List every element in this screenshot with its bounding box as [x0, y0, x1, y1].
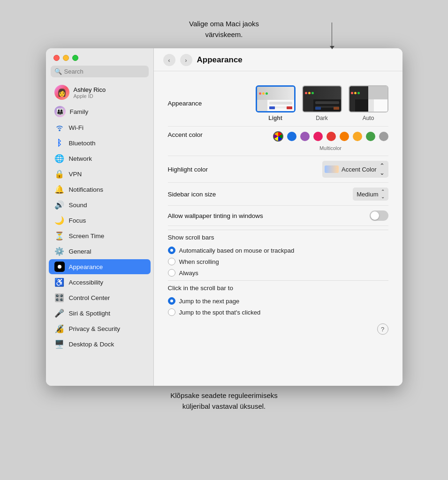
accent-dot-graphite[interactable] — [379, 132, 388, 141]
sidebar-item-label-appearance: Appearance — [69, 263, 103, 270]
family-icon: 👨‍👩‍👧 — [54, 106, 66, 117]
sound-icon: 🔊 — [54, 200, 65, 210]
sidebar-icon-size-chevron-icon: ⌃⌄ — [381, 189, 385, 199]
sidebar-item-sound[interactable]: 🔊 Sound — [49, 197, 151, 212]
highlight-preview — [325, 165, 339, 173]
accent-dot-green[interactable] — [366, 132, 375, 141]
search-bar[interactable]: 🔍 — [51, 66, 149, 77]
sidebar-icon-size-value: Medium — [357, 191, 378, 198]
click-scroll-section: Click in the scroll bar to Jump to the n… — [168, 285, 388, 316]
accent-selected-label: Multicolor — [319, 145, 342, 151]
appearance-dark-thumb[interactable] — [302, 85, 342, 112]
callout-arrow-top — [330, 22, 334, 49]
accent-dots-row — [273, 131, 388, 142]
main-content: ‹ › Appearance Appearance — [154, 48, 402, 386]
general-icon: ⚙️ — [54, 246, 65, 256]
highlight-color-button[interactable]: Accent Color ⌃⌄ — [322, 161, 388, 178]
sidebar-item-label-bluetooth: Bluetooth — [69, 140, 96, 147]
desktop-icon: 🖥️ — [54, 339, 65, 349]
sidebar-item-screentime[interactable]: ⏳ Screen Time — [49, 228, 151, 243]
scroll-bars-scrolling-label: When scrolling — [179, 258, 219, 265]
sidebar-item-desktop[interactable]: 🖥️ Desktop & Dock — [49, 337, 151, 352]
sidebar-item-label-focus: Focus — [69, 217, 86, 224]
toggle-knob — [371, 211, 379, 220]
sidebar-item-bluetooth[interactable]: ᛒ Bluetooth — [49, 135, 151, 150]
divider-2 — [168, 280, 388, 281]
sidebar-item-privacy[interactable]: 🔏 Privacy & Security — [49, 321, 151, 336]
highlight-chevron-icon: ⌃⌄ — [380, 162, 385, 176]
accent-dot-orange[interactable] — [340, 132, 349, 141]
scroll-bars-scrolling-radio — [168, 258, 175, 265]
sidebar-item-notifications[interactable]: 🔔 Notifications — [49, 182, 151, 197]
scroll-bars-always-radio — [168, 269, 175, 277]
sidebar-item-label-wifi: Wi-Fi — [69, 124, 84, 131]
minimize-button[interactable] — [63, 55, 69, 61]
accent-color-label: Accent color — [168, 131, 203, 138]
click-scroll-spot[interactable]: Jump to the spot that's clicked — [168, 308, 388, 316]
top-callout-text: Valige oma Maci jaoks värviskeem. — [189, 20, 259, 38]
sidebar-item-label-accessibility: Accessibility — [69, 279, 104, 286]
scroll-bars-always[interactable]: Always — [168, 269, 388, 277]
scroll-bars-auto-label: Automatically based on mouse or trackpad — [179, 247, 295, 254]
help-button[interactable]: ? — [377, 323, 388, 335]
sidebar-icon-size-row: Sidebar icon size Medium ⌃⌄ — [168, 183, 388, 206]
sidebar-item-label-privacy: Privacy & Security — [69, 325, 121, 332]
close-button[interactable] — [53, 55, 60, 61]
accent-colors-group: Multicolor — [273, 131, 388, 151]
sidebar-item-label-screentime: Screen Time — [69, 232, 105, 240]
sidebar-icon-size-control: Medium ⌃⌄ — [353, 188, 388, 201]
highlight-color-row: Highlight color Accent Color ⌃⌄ — [168, 156, 388, 183]
sidebar-item-controlcenter[interactable]: 🎛️ Control Center — [49, 290, 151, 305]
top-callout: Valige oma Maci jaoks värviskeem. — [46, 19, 402, 45]
appearance-dark-wrapper: Dark — [302, 85, 342, 121]
appearance-light-thumb[interactable] — [256, 85, 296, 112]
accent-dot-pink[interactable] — [313, 132, 323, 141]
user-avatar: 👩 — [54, 85, 69, 100]
sidebar-item-network[interactable]: 🌐 Network — [49, 151, 151, 166]
sidebar-icon-size-label: Sidebar icon size — [168, 191, 216, 198]
accent-dot-multicolor[interactable] — [273, 131, 283, 142]
sidebar-item-vpn[interactable]: 🔒 VPN — [49, 166, 151, 181]
appearance-auto-thumb[interactable] — [349, 85, 388, 112]
sidebar-icon-size-dropdown[interactable]: Medium ⌃⌄ — [353, 188, 388, 201]
wallpaper-tinting-toggle[interactable] — [370, 210, 388, 221]
click-scroll-next-page[interactable]: Jump to the next page — [168, 297, 388, 305]
sidebar-item-appearance[interactable]: Appearance — [49, 259, 151, 274]
screentime-icon: ⏳ — [54, 231, 65, 241]
traffic-lights — [46, 48, 153, 66]
appearance-light-wrapper: Light — [256, 85, 296, 121]
search-input[interactable] — [64, 68, 145, 75]
user-info: Ashley Rico Apple ID — [74, 86, 106, 99]
scroll-bars-scrolling[interactable]: When scrolling — [168, 258, 388, 265]
sidebar-item-family[interactable]: 👨‍👩‍👧 Family — [49, 104, 151, 120]
appearance-auto-label: Auto — [363, 115, 374, 121]
sidebar-item-label-notifications: Notifications — [69, 186, 104, 193]
accent-dot-blue[interactable] — [287, 132, 296, 141]
accent-dot-purple[interactable] — [300, 132, 310, 141]
notifications-icon: 🔔 — [54, 184, 65, 195]
sidebar-item-wifi[interactable]: Wi-Fi — [49, 120, 151, 135]
maximize-button[interactable] — [72, 55, 78, 61]
sidebar-item-siri[interactable]: 🎤 Siri & Spotlight — [49, 306, 151, 321]
bottom-callout-text: Klõpsake seadete reguleerimiseks küljeri… — [170, 391, 277, 410]
bluetooth-icon: ᛒ — [54, 138, 65, 148]
sidebar-item-general[interactable]: ⚙️ General — [49, 244, 151, 259]
forward-button[interactable]: › — [180, 54, 192, 66]
bottom-callout: Klõpsake seadete reguleerimiseks küljeri… — [46, 390, 402, 412]
help-icon: ? — [381, 326, 384, 333]
accent-dot-red[interactable] — [327, 132, 336, 141]
accent-color-control: Multicolor — [273, 131, 388, 151]
back-button[interactable]: ‹ — [163, 54, 175, 66]
wallpaper-tinting-control — [370, 210, 388, 221]
accent-dot-yellow[interactable] — [353, 132, 362, 141]
sidebar-item-label-sound: Sound — [69, 202, 87, 209]
sidebar-item-user[interactable]: 👩 Ashley Rico Apple ID — [49, 82, 151, 103]
scroll-bars-section: Show scroll bars Automatically based on … — [168, 234, 388, 277]
network-icon: 🌐 — [54, 153, 65, 164]
sidebar-item-focus[interactable]: 🌙 Focus — [49, 213, 151, 228]
scroll-bars-title: Show scroll bars — [168, 234, 388, 241]
sidebar-item-accessibility[interactable]: ♿ Accessibility — [49, 275, 151, 290]
scroll-bars-auto[interactable]: Automatically based on mouse or trackpad — [168, 247, 388, 254]
focus-icon: 🌙 — [54, 215, 65, 225]
main-window: 🔍 👩 Ashley Rico Apple ID 👨‍👩‍👧 Family — [46, 48, 402, 386]
